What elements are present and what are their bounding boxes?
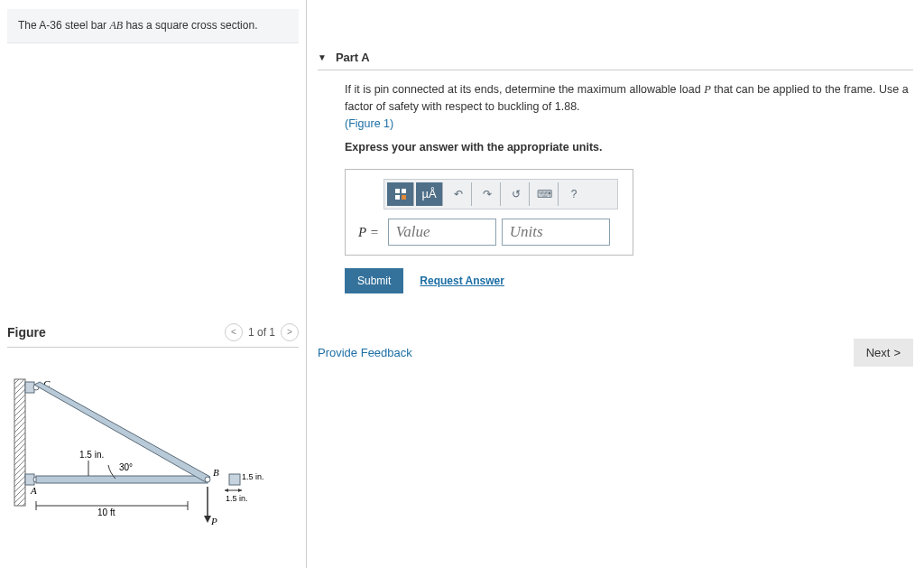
label-ang: 30°: [119, 462, 133, 472]
reset-icon[interactable]: ↺: [503, 182, 530, 206]
value-input[interactable]: [388, 219, 496, 246]
pager-text: 1 of 1: [248, 326, 275, 339]
figure-body: C A B P: [7, 348, 299, 540]
request-answer-link[interactable]: Request Answer: [420, 273, 504, 289]
pager-next-button[interactable]: >: [281, 323, 299, 341]
problem-suffix: has a square cross section.: [123, 19, 257, 32]
svg-rect-0: [14, 379, 25, 506]
template-icon[interactable]: [387, 182, 414, 206]
undo-icon[interactable]: ↶: [445, 182, 472, 206]
answer-toolbar: µÅ ↶ ↷ ↺ ⌨ ?: [383, 179, 618, 210]
next-button[interactable]: Next >: [854, 339, 913, 367]
svg-rect-19: [402, 189, 406, 193]
submit-button[interactable]: Submit: [345, 268, 403, 293]
figure-svg: C A B P: [7, 375, 287, 537]
chevron-right-icon: >: [893, 346, 901, 359]
submit-row: Submit Request Answer: [345, 268, 913, 293]
help-icon[interactable]: ?: [560, 182, 587, 206]
redo-icon[interactable]: ↷: [474, 182, 501, 206]
figure-pager: < 1 of 1 >: [225, 323, 299, 341]
label-b: B: [213, 467, 219, 478]
problem-statement: The A-36 steel bar AB has a square cross…: [7, 9, 299, 43]
label-p: P: [210, 516, 217, 526]
label-s1: 1.5 in.: [242, 472, 264, 481]
pager-prev-button[interactable]: <: [225, 323, 243, 341]
units-input[interactable]: [502, 219, 610, 246]
part-a-text: If it is pin connected at its ends, dete…: [345, 81, 913, 116]
label-a: A: [30, 485, 37, 496]
problem-prefix: The A-36 steel bar: [18, 19, 109, 32]
right-pane: ▼ Part A If it is pin connected at its e…: [307, 0, 924, 568]
svg-rect-18: [395, 189, 400, 193]
bottom-row: Provide Feedback Next >: [318, 339, 913, 367]
eq-label: P =: [355, 222, 383, 243]
part-a-body: If it is pin connected at its ends, dete…: [318, 81, 913, 293]
svg-rect-14: [229, 474, 240, 485]
figure-title: Figure: [7, 325, 46, 340]
svg-rect-5: [36, 476, 208, 483]
part-a-pvar: P: [704, 83, 711, 96]
figure-header: Figure < 1 of 1 >: [7, 323, 299, 348]
collapse-icon: ▼: [318, 52, 327, 62]
label-h: 1.5 in.: [79, 450, 104, 460]
part-a-text1a: If it is pin connected at its ends, dete…: [345, 83, 704, 96]
part-a-header[interactable]: ▼ Part A: [318, 45, 913, 70]
provide-feedback-link[interactable]: Provide Feedback: [318, 346, 412, 359]
label-len: 10 ft: [97, 507, 116, 517]
input-row: P =: [355, 219, 624, 246]
svg-rect-21: [402, 195, 406, 200]
units-icon[interactable]: µÅ: [416, 182, 443, 206]
svg-marker-16: [225, 489, 228, 492]
svg-marker-9: [204, 516, 211, 523]
figure-section: Figure < 1 of 1 >: [7, 323, 299, 540]
svg-marker-17: [238, 489, 242, 492]
next-label: Next: [866, 346, 891, 359]
label-s2: 1.5 in.: [226, 494, 248, 503]
answer-box: µÅ ↶ ↷ ↺ ⌨ ? P =: [345, 169, 633, 256]
figure-link[interactable]: (Figure 1): [345, 116, 913, 133]
instruction: Express your answer with the appropriate…: [345, 139, 913, 156]
problem-bar: AB: [109, 19, 123, 32]
keyboard-icon[interactable]: ⌨: [531, 182, 559, 206]
svg-point-7: [205, 477, 210, 482]
part-a-title: Part A: [336, 51, 370, 64]
left-pane: The A-36 steel bar AB has a square cross…: [0, 0, 307, 568]
svg-rect-20: [395, 195, 400, 200]
